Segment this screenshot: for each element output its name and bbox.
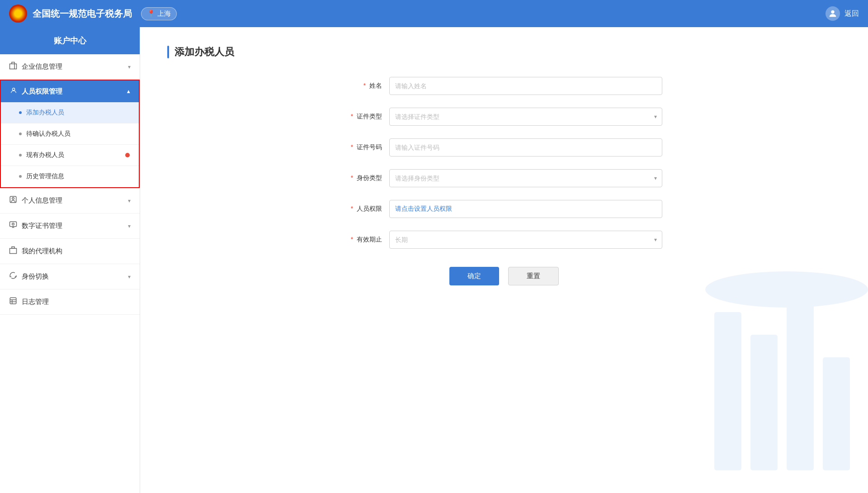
add-tax-label: 添加办税人员 — [26, 109, 64, 117]
layout: 账户中心 企业信息管理 ▾ 人员权限管理 ▴ 添加办税人员 — [0, 27, 868, 493]
cert-type-label: * 证件类型 — [346, 113, 382, 121]
personnel-label: 人员权限管理 — [22, 87, 127, 96]
validity-wrapper: 长期 ▾ — [389, 231, 662, 249]
validity-label: * 有效期止 — [346, 236, 382, 244]
header-right: 返回 — [826, 6, 859, 21]
svg-rect-12 — [714, 312, 741, 470]
log-icon — [9, 297, 17, 307]
svg-point-4 — [12, 198, 14, 200]
bullet-dot-history — [19, 175, 22, 178]
agency-icon — [9, 246, 17, 256]
sidebar-item-log[interactable]: 日志管理 — [0, 289, 140, 315]
header-title: 全国统一规范电子税务局 — [33, 8, 132, 20]
watermark — [696, 267, 868, 493]
page-title-bar: 添加办税人员 — [167, 45, 841, 59]
form-buttons: 确定 重置 — [346, 267, 662, 285]
svg-rect-5 — [10, 222, 17, 227]
agency-label: 我的代理机构 — [22, 247, 131, 256]
required-star: * — [363, 82, 366, 89]
location-text: 上海 — [157, 9, 171, 18]
permission-placeholder: 请点击设置人员权限 — [395, 205, 452, 213]
add-tax-person-form: * 姓名 * 证件类型 请选择证件类型 ▾ — [346, 77, 662, 285]
cert-icon — [9, 221, 17, 231]
sidebar-title: 账户中心 — [0, 27, 140, 54]
permission-input[interactable]: 请点击设置人员权限 — [389, 200, 662, 218]
page-title: 添加办税人员 — [175, 45, 234, 59]
personnel-header[interactable]: 人员权限管理 ▴ — [1, 81, 139, 102]
confirm-button[interactable]: 确定 — [449, 267, 499, 285]
existing-label: 现有办税人员 — [26, 151, 64, 159]
history-label: 历史管理信息 — [26, 172, 64, 180]
sidebar-item-enterprise[interactable]: 企业信息管理 ▾ — [0, 54, 140, 80]
log-label: 日志管理 — [22, 298, 131, 306]
cert-number-input[interactable] — [389, 138, 662, 156]
user-avatar-icon[interactable] — [826, 6, 840, 21]
svg-rect-14 — [787, 303, 814, 470]
reset-button[interactable]: 重置 — [508, 267, 559, 285]
sidebar-item-personal[interactable]: 个人信息管理 ▾ — [0, 188, 140, 213]
svg-rect-7 — [10, 248, 17, 253]
svg-point-6 — [12, 223, 14, 225]
name-input[interactable] — [389, 77, 662, 95]
bullet-dot — [19, 111, 22, 114]
identity-type-wrapper: 请选择身份类型 ▾ — [389, 169, 662, 187]
title-accent — [167, 46, 169, 58]
sidebar-item-identity[interactable]: 身份切换 ▾ — [0, 264, 140, 289]
building-icon — [9, 62, 17, 72]
digital-cert-label: 数字证书管理 — [22, 222, 128, 230]
header: 全国统一规范电子税务局 📍 上海 返回 — [0, 0, 868, 27]
svg-rect-1 — [10, 64, 17, 69]
sidebar-item-history[interactable]: 历史管理信息 — [1, 166, 139, 187]
sidebar-item-pending[interactable]: 待确认办税人员 — [1, 123, 139, 145]
logo-icon — [9, 5, 27, 23]
personnel-section: 人员权限管理 ▴ 添加办税人员 待确认办税人员 现有办税人员 — [0, 80, 140, 188]
svg-point-0 — [831, 10, 834, 14]
identity-type-label: * 身份类型 — [346, 174, 382, 182]
person-icon — [10, 87, 17, 96]
identity-type-select[interactable]: 请选择身份类型 — [389, 169, 662, 187]
identity-label: 身份切换 — [22, 272, 128, 281]
form-row-cert-number: * 证件号码 — [346, 138, 662, 156]
personal-label: 个人信息管理 — [22, 196, 128, 205]
chevron-personal-icon: ▾ — [128, 198, 131, 204]
svg-rect-15 — [823, 357, 850, 470]
form-row-cert-type: * 证件类型 请选择证件类型 ▾ — [346, 108, 662, 126]
personal-icon — [9, 195, 17, 206]
pin-icon: 📍 — [147, 9, 156, 18]
svg-rect-8 — [10, 298, 16, 304]
sidebar-item-existing[interactable]: 现有办税人员 — [1, 145, 139, 166]
cert-type-wrapper: 请选择证件类型 ▾ — [389, 108, 662, 126]
sidebar: 账户中心 企业信息管理 ▾ 人员权限管理 ▴ 添加办税人员 — [0, 27, 140, 493]
permission-label: * 人员权限 — [346, 205, 382, 213]
sidebar-item-digital-cert[interactable]: 数字证书管理 ▾ — [0, 213, 140, 239]
pending-label: 待确认办税人员 — [26, 130, 71, 138]
main-content: 添加办税人员 * 姓名 * 证件类型 请选择证件类型 — [140, 27, 868, 493]
validity-select[interactable]: 长期 — [389, 231, 662, 249]
sidebar-enterprise-label: 企业信息管理 — [22, 62, 128, 71]
svg-rect-13 — [750, 335, 778, 470]
sidebar-item-add-tax-person[interactable]: 添加办税人员 — [1, 102, 139, 123]
sidebar-item-agency[interactable]: 我的代理机构 — [0, 239, 140, 264]
chevron-up-icon: ▴ — [127, 88, 130, 95]
bullet-dot-existing — [19, 154, 22, 156]
chevron-down-icon: ▾ — [128, 64, 131, 70]
chevron-identity-icon: ▾ — [128, 274, 131, 280]
chevron-cert-icon: ▾ — [128, 223, 131, 229]
return-button[interactable]: 返回 — [844, 9, 859, 19]
form-row-validity: * 有效期止 长期 ▾ — [346, 231, 662, 249]
location-badge[interactable]: 📍 上海 — [141, 7, 177, 20]
form-row-name: * 姓名 — [346, 77, 662, 95]
svg-point-2 — [12, 88, 14, 90]
name-label: * 姓名 — [346, 82, 382, 90]
form-row-permission: * 人员权限 请点击设置人员权限 — [346, 200, 662, 218]
cert-number-label: * 证件号码 — [346, 143, 382, 152]
svg-point-16 — [705, 271, 868, 308]
notification-dot — [125, 153, 130, 157]
switch-icon — [9, 271, 17, 282]
form-row-identity-type: * 身份类型 请选择身份类型 ▾ — [346, 169, 662, 187]
bullet-dot-gray — [19, 133, 22, 135]
cert-type-select[interactable]: 请选择证件类型 — [389, 108, 662, 126]
